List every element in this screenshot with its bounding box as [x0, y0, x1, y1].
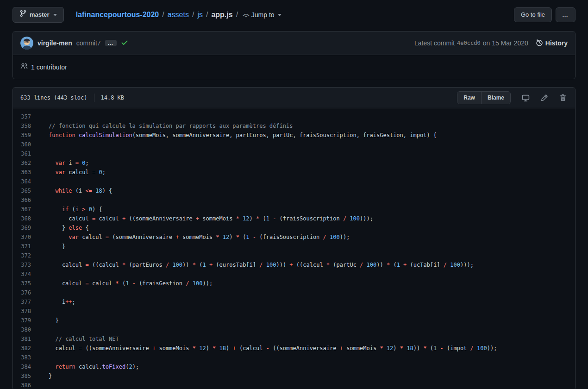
line-number[interactable]: 381	[13, 334, 31, 344]
caret-down-icon	[278, 14, 281, 16]
code-text: if (i > 0) {	[31, 205, 102, 214]
commit-meta: Latest commit 4e0ccd0 on 15 Mar 2020 His…	[414, 39, 568, 48]
jump-to-button[interactable]: <> Jump to	[243, 11, 281, 19]
line-number[interactable]: 366	[13, 195, 31, 205]
device-icon	[522, 94, 530, 102]
line-number[interactable]: 370	[13, 232, 31, 242]
line-number[interactable]: 364	[13, 177, 31, 186]
code-line: 372	[13, 251, 575, 260]
code-text: while (i <= 18) {	[31, 186, 112, 195]
more-options-button[interactable]: …	[556, 7, 575, 22]
line-number[interactable]: 363	[13, 168, 31, 177]
blob-header: 633 lines (443 sloc) 14.8 KB Raw Blame	[13, 88, 575, 108]
breadcrumb-folder-assets[interactable]: assets	[168, 11, 189, 19]
line-number[interactable]: 385	[13, 371, 31, 381]
code-line: 383	[13, 353, 575, 362]
commit-author-link[interactable]: virgile-men	[38, 39, 72, 47]
commit-expand-button[interactable]: …	[105, 40, 117, 46]
check-icon[interactable]	[121, 39, 128, 48]
blame-button[interactable]: Blame	[481, 92, 510, 104]
latest-commit-bar: virgile-men commit7 … Latest commit 4e0c…	[13, 31, 575, 55]
line-number[interactable]: 372	[13, 251, 31, 260]
code-line: 376	[13, 288, 575, 297]
line-number[interactable]: 357	[13, 112, 31, 121]
code-line: 358// fonction qui calcule la simulation…	[13, 121, 575, 131]
code-text: i++;	[31, 297, 75, 307]
line-number[interactable]: 376	[13, 288, 31, 297]
line-number[interactable]: 383	[13, 353, 31, 362]
file-lines-info: 633 lines (443 sloc)	[20, 94, 88, 101]
code-line: 373 calcul = ((calcul * (partEuros / 100…	[13, 260, 575, 270]
line-number[interactable]: 373	[13, 260, 31, 270]
delete-file-button[interactable]	[556, 92, 570, 104]
line-number[interactable]: 369	[13, 223, 31, 232]
code-line: 357	[13, 112, 575, 121]
go-to-file-button[interactable]: Go to file	[514, 7, 552, 22]
code-text: var calcul = 0;	[31, 168, 106, 177]
file-actions: Raw Blame	[457, 91, 570, 104]
avatar[interactable]	[20, 37, 33, 50]
line-number[interactable]: 377	[13, 297, 31, 307]
code-text: return calcul.toFixed(2);	[31, 362, 139, 371]
line-number[interactable]: 382	[13, 344, 31, 353]
line-number[interactable]: 358	[13, 121, 31, 131]
code-text	[31, 325, 49, 334]
code-text	[31, 140, 49, 149]
code-line: 362 var i = 0;	[13, 158, 575, 168]
line-number[interactable]: 362	[13, 158, 31, 168]
commit-box: virgile-men commit7 … Latest commit 4e0c…	[13, 31, 575, 79]
code-text: }	[31, 371, 52, 381]
line-number[interactable]: 380	[13, 325, 31, 334]
code-text	[31, 307, 49, 316]
line-number[interactable]: 368	[13, 214, 31, 223]
kebab-icon: …	[562, 10, 569, 19]
line-number[interactable]: 360	[13, 140, 31, 149]
line-number[interactable]: 367	[13, 205, 31, 214]
branch-selector-button[interactable]: master	[13, 7, 64, 23]
code-text	[31, 381, 49, 389]
code-text: }	[31, 242, 65, 251]
line-number[interactable]: 371	[13, 242, 31, 251]
breadcrumb-repo-link[interactable]: lafinancepourtous-2020	[76, 11, 159, 19]
code-text	[31, 112, 49, 121]
code-line: 370 var calcul = (sommeAnniversaire + so…	[13, 232, 575, 242]
code-text	[31, 288, 49, 297]
line-number[interactable]: 365	[13, 186, 31, 195]
history-icon	[536, 39, 543, 48]
file-box: 633 lines (443 sloc) 14.8 KB Raw Blame	[13, 87, 575, 389]
code-line: 365 while (i <= 18) {	[13, 186, 575, 195]
code-text: // calcul total NET	[31, 334, 119, 344]
code-line: 381 // calcul total NET	[13, 334, 575, 344]
code-line: 384 return calcul.toFixed(2);	[13, 362, 575, 371]
line-number[interactable]: 359	[13, 131, 31, 140]
line-number[interactable]: 374	[13, 270, 31, 279]
history-button[interactable]: History	[536, 39, 568, 48]
code-text: calcul = ((sommeAnniversaire + sommeMois…	[31, 344, 497, 353]
breadcrumb-separator: /	[206, 11, 208, 19]
commit-sha-link[interactable]: 4e0ccd0	[457, 40, 481, 46]
line-number[interactable]: 386	[13, 381, 31, 389]
line-number[interactable]: 375	[13, 279, 31, 288]
commit-message-link[interactable]: commit7	[76, 39, 101, 47]
open-in-desktop-button[interactable]	[518, 92, 533, 104]
line-number[interactable]: 361	[13, 149, 31, 158]
line-number[interactable]: 384	[13, 362, 31, 371]
edit-file-button[interactable]	[537, 92, 552, 104]
file-size: 14.8 KB	[101, 94, 125, 101]
code-text	[31, 270, 49, 279]
contributors-row: 1 contributor	[13, 55, 575, 79]
code-text: calcul = calcul * (1 - (fraisGestion / 1…	[31, 279, 213, 288]
breadcrumb-file-name: app.js	[211, 11, 232, 19]
topbar-left: master lafinancepourtous-2020 / assets /…	[13, 7, 281, 23]
code-lines: 357358// fonction qui calcule la simulat…	[13, 112, 575, 389]
code-text: function calculSimulation(sommeMois, som…	[31, 131, 437, 140]
raw-button[interactable]: Raw	[457, 92, 481, 104]
contributors-link[interactable]: 1 contributor	[31, 63, 67, 71]
delete-icon	[559, 94, 567, 101]
caret-down-icon	[53, 14, 57, 16]
code-line: 367 if (i > 0) {	[13, 205, 575, 214]
code-line: 360	[13, 140, 575, 149]
line-number[interactable]: 379	[13, 316, 31, 325]
line-number[interactable]: 378	[13, 307, 31, 316]
breadcrumb-folder-js[interactable]: js	[197, 11, 203, 19]
